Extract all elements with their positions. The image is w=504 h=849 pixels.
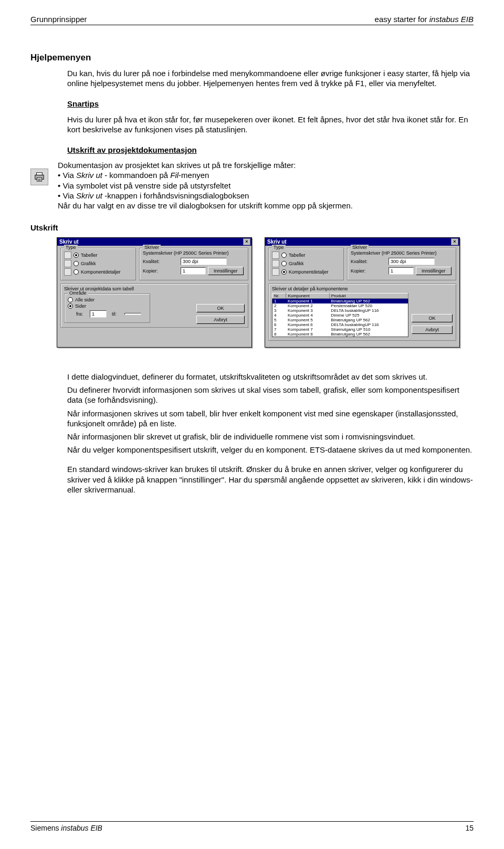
paragraph-1: Du kan, hvis du lurer på noe i forbindel… — [67, 68, 474, 88]
systemskriver-text: Systemskriver (HP 2500C Series Printer) — [143, 250, 245, 256]
bullet-3: • Via Skriv ut -knappen i forhåndsvisnin… — [58, 191, 474, 201]
skriver-ut-label: Skriver ut prosjektdata som tabell — [64, 286, 245, 291]
table-row[interactable]: 2Komponent 2Persiennaktør UP 520 — [272, 303, 408, 308]
header-left: Grunnprinsipper — [30, 15, 87, 24]
kopier-label-2: Kopier: — [351, 268, 386, 274]
kvalitet-label: Kvalitet: — [143, 259, 178, 264]
content-block-2: I dette dialogvinduet, definerer du form… — [67, 372, 474, 495]
col-komponent[interactable]: Komponent — [286, 294, 329, 299]
omrade-groupbox: Område Alle sider Sider fra:1til: — [64, 294, 150, 323]
doc-bullets: Dokumentasjon av prosjektet kan skrives … — [58, 160, 474, 211]
radio-komponentdetaljer[interactable]: Komponentdetaljer — [64, 268, 132, 276]
radio-sider[interactable]: Sider — [68, 303, 146, 309]
table-row[interactable]: 5Komponent 5Binærutgang UP 562 — [272, 318, 408, 322]
kompdet-icon — [272, 268, 279, 276]
grafikk-icon — [64, 260, 71, 267]
type-label-2: Type — [272, 245, 286, 250]
page-footer: Siemens instabus EIB 15 — [30, 821, 474, 832]
print-dialog-1: Skriv ut × Type Tabeller Grafikk Kompone… — [57, 237, 252, 348]
type-label: Type — [64, 245, 78, 250]
avbryt-button-2[interactable]: Avbryt — [412, 326, 453, 334]
radio-komponentdetaljer-2[interactable]: Komponentdetaljer — [272, 268, 340, 276]
komp-detail-box: Skriver ut detaljer på komponentene Nr. … — [268, 284, 456, 341]
tabeller-icon — [64, 251, 71, 259]
document-page: Grunnprinsipper easy starter for instabu… — [0, 0, 504, 849]
footer-page-number: 15 — [465, 824, 474, 832]
section-title-utskrift: Utskrift — [30, 223, 474, 232]
table-row[interactable]: 1Komponent 1Binærutgang UP 562 — [272, 299, 408, 304]
tabell-info-box: Skriver ut prosjektdata som tabell Områd… — [60, 284, 248, 328]
skriver-groupbox: Skriver Systemskriver (HP 2500C Series P… — [139, 248, 248, 280]
table-row[interactable]: 8Komponent 8Binærutgang UP 562 — [272, 332, 408, 337]
doc-list-row: Dokumentasjon av prosjektet kan skrives … — [30, 160, 474, 211]
detail-label: Skriver ut detaljer på komponentene — [272, 286, 453, 291]
subhead-snartips: Snartips — [67, 99, 474, 109]
paragraph-2: Hvis du lurer på hva et ikon står for, f… — [67, 114, 474, 134]
table-row[interactable]: 6Komponent 6DELTA buskablingUP 116 — [272, 322, 408, 327]
kvalitet-label-2: Kvalitet: — [351, 259, 386, 264]
fra-input[interactable]: 1 — [90, 310, 107, 318]
paragraph-7: Når du velger komponentspesifisert utskr… — [67, 445, 474, 455]
grafikk-icon — [272, 260, 279, 267]
dialogs-row: Skriv ut × Type Tabeller Grafikk Kompone… — [57, 237, 474, 348]
tabeller-icon — [272, 251, 279, 259]
kvalitet-dropdown[interactable]: 300 dpi — [181, 258, 227, 265]
type-groupbox-2: Type Tabeller Grafikk Komponentdetaljer — [268, 248, 344, 280]
header-rule — [30, 25, 474, 25]
innstillinger-button-2[interactable]: Innstillinger — [416, 267, 452, 275]
kopier-input-2[interactable]: 1 — [388, 267, 414, 275]
kopier-label: Kopier: — [143, 268, 178, 274]
paragraph-4: Du definerer hvorvidt informasjonen som … — [67, 385, 474, 405]
paragraph-8: En standard windows-skriver kan brukes t… — [67, 464, 474, 495]
til-input[interactable] — [124, 313, 141, 315]
col-produkt[interactable]: Produkt — [329, 294, 408, 299]
bullet-1: • Via Skriv ut - kommandoen på Fil-menye… — [58, 170, 474, 180]
systemskriver-text-2: Systemskriver (HP 2500C Series Printer) — [351, 250, 453, 256]
svg-rect-0 — [37, 173, 43, 175]
subhead-utskriftdok: Utskrift av prosjektdokumentasjon — [67, 145, 474, 155]
section-title-hjelpemenyen: Hjelpemenyen — [30, 53, 474, 63]
close-icon[interactable]: × — [451, 238, 458, 245]
paragraph-6: Når informasjonen blir skrevet ut grafis… — [67, 432, 474, 442]
page-header: Grunnprinsipper easy starter for instabu… — [30, 15, 474, 25]
avbryt-button[interactable]: Avbryt — [196, 316, 245, 324]
skriver-label: Skriver — [143, 245, 161, 250]
header-right: easy starter for instabus EIB — [375, 15, 474, 24]
kompdet-icon — [64, 268, 71, 276]
doc-intro: Dokumentasjon av prosjektet kan skrives … — [58, 160, 474, 170]
skriver-label-2: Skriver — [351, 245, 369, 250]
table-row[interactable]: 3Komponent 3DELTA buskablingUP 116 — [272, 308, 408, 313]
radio-alle-sider[interactable]: Alle sider — [68, 297, 146, 302]
paragraph-3: I dette dialogvinduet, definerer du form… — [67, 372, 474, 382]
print-dialog-2: Skriv ut × Type Tabeller Grafikk Kompone… — [265, 237, 460, 348]
fra-label: fra: — [76, 311, 88, 317]
dialog2-title: Skriv ut — [267, 239, 287, 245]
til-label: til: — [112, 311, 122, 317]
ok-button[interactable]: OK — [196, 304, 245, 312]
skriver-groupbox-2: Skriver Systemskriver (HP 2500C Series P… — [347, 248, 456, 280]
radio-grafikk-2[interactable]: Grafikk — [272, 260, 340, 267]
radio-tabeller-2[interactable]: Tabeller — [272, 251, 340, 259]
paragraph-5: Når informasjonen skrives ut som tabell,… — [67, 408, 474, 428]
bullet-2: • Via symbolet vist på venstre side på u… — [58, 181, 474, 191]
kvalitet-dropdown-2[interactable]: 300 dpi — [388, 258, 435, 265]
radio-grafikk[interactable]: Grafikk — [64, 260, 132, 267]
innstillinger-button[interactable]: Innstillinger — [208, 267, 244, 275]
footer-left: Siemens instabus EIB — [30, 824, 102, 832]
close-icon[interactable]: × — [243, 238, 250, 245]
dialog1-title: Skriv ut — [59, 239, 79, 245]
omrade-label: Område — [68, 290, 88, 296]
kopier-input[interactable]: 1 — [181, 267, 206, 275]
table-row[interactable]: 4Komponent 4Dimme UP 525 — [272, 313, 408, 318]
type-groupbox: Type Tabeller Grafikk Komponentdetaljer — [60, 248, 136, 280]
col-nr[interactable]: Nr. — [272, 294, 286, 299]
content-block-1: Du kan, hvis du lurer på noe i forbindel… — [67, 68, 474, 155]
doc-after: Når du har valgt en av disse tre vil dia… — [58, 201, 474, 211]
ok-button-2[interactable]: OK — [412, 314, 453, 322]
radio-tabeller[interactable]: Tabeller — [64, 251, 132, 259]
print-icon — [30, 169, 48, 185]
table-row[interactable]: 7Komponent 7Strømutgang UP 510 — [272, 327, 408, 332]
komponent-table[interactable]: Nr. Komponent Produkt 1Komponent 1Binæru… — [272, 293, 408, 337]
